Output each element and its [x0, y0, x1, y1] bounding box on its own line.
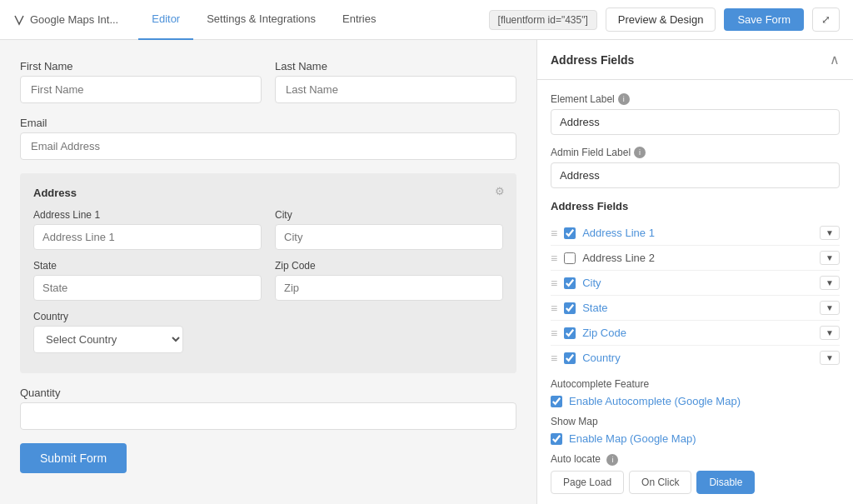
quantity-input[interactable] [20, 402, 516, 430]
admin-field-label-field-label: Admin Field Label i [551, 147, 840, 158]
panel-title: Address Fields [551, 53, 634, 67]
topbar: Google Maps Int... Editor Settings & Int… [0, 0, 853, 40]
right-panel: Address Fields ∧ Element Label i Admin F… [536, 40, 853, 504]
logo-icon [13, 14, 25, 26]
auto-locate-disable-button[interactable]: Disable [696, 471, 755, 494]
panel-body: Element Label i Admin Field Label i Addr… [537, 80, 853, 504]
element-label-info-icon[interactable]: i [618, 93, 630, 105]
name-row: First Name Last Name [20, 60, 516, 103]
field-row-country: ≡ Country ▼ [551, 346, 840, 370]
field-link-address-line2[interactable]: Address Line 2 [582, 252, 813, 264]
field-row-zip: ≡ Zip Code ▼ [551, 321, 840, 346]
city-group: City [275, 209, 503, 250]
field-chevron-zip[interactable]: ▼ [820, 326, 840, 340]
address-line1-input[interactable] [33, 224, 262, 250]
state-input[interactable] [33, 275, 262, 301]
address-fields-list: ≡ Address Line 1 ▼ ≡ Address Line 2 ▼ ≡ … [551, 221, 840, 370]
element-label-group: Element Label i [551, 93, 840, 135]
drag-handle-country[interactable]: ≡ [551, 352, 557, 365]
auto-locate-on-click-button[interactable]: On Click [629, 471, 691, 494]
address-line1-group: Address Line 1 [33, 209, 262, 250]
quantity-section: Quantity [20, 387, 516, 430]
email-group: Email [20, 117, 516, 160]
drag-handle-city[interactable]: ≡ [551, 277, 557, 290]
zip-label: Zip Code [275, 260, 503, 272]
auto-locate-section-label: Auto locate i [551, 453, 840, 466]
expand-button[interactable]: ⤢ [812, 7, 840, 32]
save-form-button[interactable]: Save Form [724, 8, 804, 31]
address-section-title: Address [33, 187, 503, 199]
panel-collapse-button[interactable]: ∧ [830, 52, 840, 67]
field-link-address-line1[interactable]: Address Line 1 [582, 227, 813, 239]
drag-handle-state[interactable]: ≡ [551, 302, 557, 315]
field-checkbox-city[interactable] [564, 277, 576, 289]
zip-input[interactable] [275, 275, 503, 301]
field-row-city: ≡ City ▼ [551, 271, 840, 296]
logo-text: Google Maps Int... [30, 13, 118, 26]
autocomplete-section-label: Autocomplete Feature [551, 378, 840, 390]
expand-icon: ⤢ [821, 13, 831, 26]
admin-field-label-input[interactable] [551, 162, 840, 188]
auto-locate-page-load-button[interactable]: Page Load [551, 471, 624, 494]
email-input[interactable] [20, 132, 516, 160]
nav-item-settings[interactable]: Settings & Integrations [193, 0, 329, 40]
field-checkbox-address-line1[interactable] [564, 227, 576, 239]
show-map-section-label: Show Map [551, 416, 840, 427]
address-line1-city-row: Address Line 1 City [33, 209, 503, 250]
logo[interactable]: Google Maps Int... [13, 13, 118, 26]
state-group: State [33, 260, 262, 301]
drag-handle-address-line2[interactable]: ≡ [551, 252, 557, 265]
code-tag[interactable]: [fluentform id="435"] [489, 10, 597, 30]
state-label: State [33, 260, 262, 272]
field-checkbox-state[interactable] [564, 302, 576, 314]
topbar-nav: Editor Settings & Integrations Entries [138, 0, 389, 40]
email-label: Email [20, 117, 516, 129]
first-name-group: First Name [20, 60, 262, 103]
field-link-zip[interactable]: Zip Code [582, 327, 813, 339]
field-chevron-country[interactable]: ▼ [820, 351, 840, 365]
field-checkbox-zip[interactable] [564, 327, 576, 339]
address-section: Address ⚙ Address Line 1 City State [20, 173, 516, 373]
field-chevron-state[interactable]: ▼ [820, 301, 840, 315]
auto-locate-info-icon[interactable]: i [606, 454, 618, 466]
last-name-label: Last Name [275, 60, 516, 72]
topbar-right: [fluentform id="435"] Preview & Design S… [489, 7, 840, 32]
preview-design-button[interactable]: Preview & Design [606, 7, 716, 32]
panel-header: Address Fields ∧ [537, 40, 853, 80]
show-map-label[interactable]: Enable Map (Google Map) [569, 432, 696, 445]
main-content: First Name Last Name Email Address ⚙ Add… [0, 40, 853, 504]
address-line1-label: Address Line 1 [33, 209, 262, 221]
field-link-country[interactable]: Country [582, 352, 813, 364]
field-row-address-line2: ≡ Address Line 2 ▼ [551, 246, 840, 271]
quantity-label: Quantity [20, 387, 516, 399]
field-checkbox-country[interactable] [564, 352, 576, 364]
field-link-city[interactable]: City [582, 277, 813, 289]
nav-item-editor[interactable]: Editor [138, 0, 193, 40]
field-chevron-address-line1[interactable]: ▼ [820, 226, 840, 240]
field-chevron-city[interactable]: ▼ [820, 276, 840, 290]
last-name-input[interactable] [275, 76, 516, 103]
field-checkbox-address-line2[interactable] [564, 252, 576, 264]
element-label-input[interactable] [551, 109, 840, 135]
form-editor: First Name Last Name Email Address ⚙ Add… [0, 40, 536, 504]
show-map-checkbox[interactable] [551, 433, 562, 445]
autocomplete-label[interactable]: Enable Autocomplete (Google Map) [569, 395, 741, 407]
auto-locate-row: Page Load On Click Disable [551, 471, 840, 494]
drag-handle-zip[interactable]: ≡ [551, 327, 557, 340]
submit-button[interactable]: Submit Form [20, 443, 127, 473]
autocomplete-row: Enable Autocomplete (Google Map) [551, 395, 840, 407]
city-label: City [275, 209, 503, 221]
country-group: Country Select Country [33, 311, 503, 353]
autocomplete-checkbox[interactable] [551, 396, 562, 407]
country-select[interactable]: Select Country [33, 326, 183, 353]
field-link-state[interactable]: State [582, 302, 813, 314]
first-name-input[interactable] [20, 76, 262, 103]
city-input[interactable] [275, 224, 503, 250]
admin-field-info-icon[interactable]: i [634, 147, 646, 158]
gear-icon[interactable]: ⚙ [495, 185, 505, 197]
zip-group: Zip Code [275, 260, 503, 301]
nav-item-entries[interactable]: Entries [329, 0, 389, 40]
drag-handle-address-line1[interactable]: ≡ [551, 227, 557, 240]
field-chevron-address-line2[interactable]: ▼ [820, 251, 840, 265]
field-row-address-line1: ≡ Address Line 1 ▼ [551, 221, 840, 246]
